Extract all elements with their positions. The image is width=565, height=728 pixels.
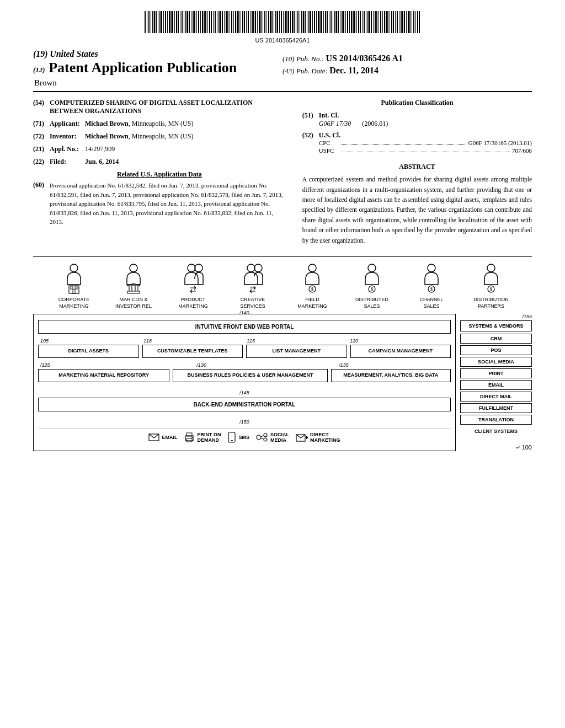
country-line: (19) United States [33,49,282,59]
svg-text:$: $ [311,287,313,292]
ref-120: 120 [348,338,451,344]
creative-services-label: CREATIVESERVICES [240,297,265,309]
svg-rect-3 [75,287,77,289]
svg-text:$: $ [371,287,373,292]
ref-116: 116 [141,338,244,344]
modules-row1-wrapper: 105 116 115 120 DIGITAL ASSETS CUSTOMIZA… [38,338,451,358]
person-distribution-partners: $ DISTRIBUTIONPARTNERS [461,263,521,309]
refs-row2: /125 /130 /135 [38,362,451,368]
svg-point-19 [368,264,376,272]
person-product-marketing: PRODUCTMARKETING [163,263,223,309]
email-label: EMAIL [162,435,177,440]
header-left: (19) United States (12) Patent Applicati… [33,49,282,88]
section51-year: (2006.01) [362,120,388,128]
pub-no-num: (10) [282,55,295,63]
right-column: Publication Classification (51) Int. Cl.… [302,99,532,245]
svg-point-25 [487,264,495,272]
field-marketing-icon: $ [299,263,326,296]
section51-values: G06F 17/30 (2006.01) [319,120,388,128]
section71-content: Michael Brown, Minneapolis, MN (US) [85,120,286,128]
output-section: /150 EMAIL [38,416,451,446]
main-content: (54) COMPUTERIZED SHARING OF DIGITAL ASS… [33,99,532,245]
email-item: EMAIL [460,380,532,390]
svg-text:$: $ [430,287,433,292]
svg-point-35 [257,435,261,440]
person-mar-con: MAR CON &INVESTOR REL [104,263,163,309]
ref-100: ⤶ 100 [515,444,532,451]
country-num: (19) [33,49,48,58]
person-channel-sales: $ CHANNELSALES [402,263,461,309]
inventor-name: Brown [33,78,282,88]
section72-content: Michael Brown, Minneapolis, MN (US) [85,132,286,141]
svg-point-36 [264,433,267,437]
social-media-icon [256,433,268,442]
pub-date-line: (43) Pub. Date: Dec. 11, 2014 [282,66,532,76]
section-21: (21) Appl. No.: 14/297,909 [33,145,286,153]
ref-145: /145 [239,390,249,395]
svg-point-15 [254,264,262,272]
uspc-dots [341,147,510,152]
ref-155: /155 [460,314,532,319]
svg-rect-6 [127,291,140,293]
section22-num: (22) [33,158,50,166]
pub-number: US 20140365426A1 [33,37,532,44]
section72-label: Inventor: [50,132,83,141]
section22-label: Filed: [50,158,83,166]
corporate-marketing-icon [60,263,88,296]
print-item: PRINT [460,368,532,378]
barcode-image [145,11,420,33]
section71-num: (71) [33,120,50,128]
ref-125: /125 [38,362,180,368]
left-column: (54) COMPUTERIZED SHARING OF DIGITAL ASS… [33,99,286,245]
ref-150: /150 [239,419,249,425]
systems-vendors-title: SYSTEMS & VENDORS [460,320,532,331]
svg-point-32 [191,437,193,438]
section21-content: 14/297,909 [85,145,286,153]
social-label: SOCIALMEDIA [270,432,289,443]
module-templates: CUSTOMIZABLE TEMPLATES [142,345,243,358]
svg-point-5 [130,264,137,272]
section52-num: (52) [302,131,319,155]
pub-no-value: US 2014/0365426 A1 [326,53,403,63]
section51-num: (51) [302,111,319,128]
barcode-section: US 20140365426A1 [33,11,532,44]
output-print: PRINT ONDEMAND [184,432,221,443]
svg-text:$: $ [490,287,492,292]
printer-icon [184,432,195,442]
cpc-label: CPC [319,140,341,146]
pos-item: POS [460,345,532,355]
diagram-left-box: /140 INTUITIVE FRONT END WEB PORTAL 105 … [33,314,456,451]
channel-sales-icon: $ [418,263,445,296]
fulfillment-item: FULFILLMENT [460,403,532,413]
sms-label: SMS [238,435,249,440]
svg-point-37 [264,438,267,441]
corporate-marketing-label: CORPORATEMARKETING [58,297,89,309]
svg-point-0 [70,264,78,272]
section21-label: Appl. No.: [50,145,83,153]
module-repository: MARKETING MATERIAL REPOSITORY [38,369,169,382]
section22-date: Jun. 6, 2014 [85,158,119,165]
pub-class-title: Publication Classification [302,99,532,107]
person-corporate-marketing: CORPORATEMARKETING [44,263,104,309]
section-71: (71) Applicant: Michael Brown, Minneapol… [33,120,286,128]
portal-box: INTUITIVE FRONT END WEB PORTAL [38,320,451,334]
uspc-row: USPC 707/608 [319,147,532,154]
module-list-management: LIST MANAGEMENT [246,345,347,358]
section54-content: COMPUTERIZED SHARING OF DIGITAL ASSET LO… [50,99,286,115]
product-marketing-label: PRODUCTMARKETING [178,297,208,309]
module-measurement: MEASUREMENT, ANALYTICS, BIG DATA [331,369,451,382]
uspc-label: USPC [319,147,341,154]
ref-140: /140 [239,310,249,315]
module-digital-assets: DIGITAL ASSETS [38,345,139,358]
header-divider [33,91,532,92]
pub-date-value: Dec. 11, 2014 [329,66,379,75]
svg-point-22 [428,264,435,272]
ref-115: 115 [244,338,348,344]
modules-row1: DIGITAL ASSETS CUSTOMIZABLE TEMPLATES LI… [38,345,451,358]
output-email: EMAIL [148,433,177,441]
cpc-dots [341,140,466,144]
svg-point-16 [308,264,316,272]
svg-line-39 [261,438,264,439]
header-right: (10) Pub. No.: US 2014/0365426 A1 (43) P… [282,49,532,76]
section51-label: Int. Cl. [319,111,388,120]
